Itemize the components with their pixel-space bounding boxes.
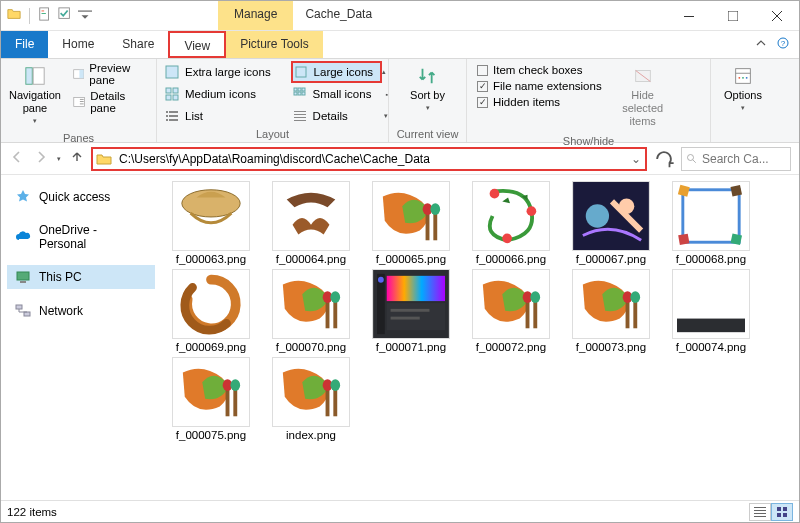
tab-home[interactable]: Home [48, 31, 108, 58]
sidebar-item-onedrive[interactable]: OneDrive - Personal [7, 219, 155, 255]
svg-rect-4 [78, 11, 92, 12]
sidebar-item-quick-access[interactable]: Quick access [7, 185, 155, 209]
file-extensions-toggle[interactable]: File name extensions [473, 79, 606, 93]
properties-icon[interactable] [38, 7, 52, 24]
file-thumbnail [572, 181, 650, 251]
view-details-toggle[interactable] [749, 503, 771, 521]
item-checkboxes-toggle[interactable]: Item check boxes [473, 63, 606, 77]
layout-details[interactable]: Details▾ [291, 106, 382, 126]
file-name-label: f_000072.png [476, 341, 546, 353]
forward-button[interactable] [33, 149, 49, 168]
chevron-neutral-icon[interactable]: ▪ [386, 91, 388, 98]
layout-medium-label: Medium icons [185, 88, 256, 100]
svg-rect-32 [169, 111, 178, 113]
file-item[interactable]: f_000063.png [165, 181, 257, 265]
svg-rect-55 [777, 513, 781, 517]
address-dropdown-icon[interactable]: ⌄ [627, 152, 645, 166]
chevron-up-icon[interactable]: ▴ [382, 68, 386, 76]
layout-list[interactable]: List [163, 106, 279, 126]
address-bar[interactable]: C:\Users\fy\AppData\Roaming\discord\Cach… [91, 147, 647, 171]
layout-medium-icons[interactable]: Medium icons [163, 84, 279, 104]
hidden-items-label: Hidden items [493, 96, 560, 108]
file-content-area[interactable]: f_000063.pngf_000064.pngf_000065.pngf_00… [161, 175, 799, 501]
preview-pane-button[interactable]: Preview pane [69, 61, 150, 87]
file-item[interactable]: f_000074.png [665, 269, 757, 353]
svg-rect-5 [684, 16, 694, 17]
file-name-label: f_000067.png [576, 253, 646, 265]
file-item[interactable]: f_000067.png [565, 181, 657, 265]
svg-rect-33 [169, 115, 178, 117]
address-path[interactable]: C:\Users\fy\AppData\Roaming\discord\Cach… [115, 152, 627, 166]
file-extensions-label: File name extensions [493, 80, 602, 92]
file-thumbnail [172, 357, 250, 427]
up-button[interactable] [69, 149, 85, 168]
svg-point-42 [742, 77, 744, 79]
layout-list-label: List [185, 110, 203, 122]
sort-by-button[interactable]: Sort by ▾ [397, 61, 459, 117]
refresh-button[interactable] [653, 148, 675, 170]
close-button[interactable] [755, 1, 799, 30]
svg-rect-18 [296, 67, 306, 77]
layout-extra-large-icons[interactable]: Extra large icons [163, 61, 279, 83]
dropdown-caret-icon: ▾ [426, 104, 430, 112]
svg-rect-15 [80, 101, 84, 102]
options-label: Options [724, 89, 762, 102]
svg-rect-40 [736, 69, 751, 84]
hide-selected-button: Hide selected items [612, 61, 674, 133]
tab-file[interactable]: File [1, 31, 48, 58]
sort-by-label: Sort by [410, 89, 445, 102]
sidebar-item-this-pc[interactable]: This PC [7, 265, 155, 289]
file-name-label: f_000075.png [176, 429, 246, 441]
tab-picture-tools[interactable]: Picture Tools [226, 31, 322, 58]
maximize-button[interactable] [711, 1, 755, 30]
chevron-down-icon[interactable]: ▾ [384, 112, 388, 120]
layout-small-icons[interactable]: Small icons▪ [291, 84, 382, 104]
minimize-button[interactable] [667, 1, 711, 30]
svg-rect-48 [24, 312, 30, 316]
layout-small-label: Small icons [313, 88, 372, 100]
file-item[interactable]: index.png [265, 357, 357, 441]
help-icon[interactable]: ? [777, 37, 789, 52]
sidebar-item-label: Network [39, 304, 83, 318]
svg-rect-26 [294, 92, 297, 95]
sidebar-item-network[interactable]: Network [7, 299, 155, 323]
view-large-icons-toggle[interactable] [771, 503, 793, 521]
dropdown-caret-icon: ▾ [33, 117, 37, 125]
file-item[interactable]: f_000072.png [465, 269, 557, 353]
file-item[interactable]: f_000069.png [165, 269, 257, 353]
history-dropdown-icon[interactable]: ▾ [57, 155, 61, 163]
file-item[interactable]: f_000073.png [565, 269, 657, 353]
navigation-pane-button[interactable]: Navigation pane ▾ [7, 61, 63, 130]
svg-rect-36 [294, 114, 306, 115]
file-item[interactable]: f_000065.png [365, 181, 457, 265]
file-item[interactable]: f_000070.png [265, 269, 357, 353]
file-item[interactable]: f_000071.png [365, 269, 457, 353]
file-item[interactable]: f_000068.png [665, 181, 757, 265]
svg-rect-46 [20, 281, 26, 283]
svg-rect-22 [173, 95, 178, 100]
navigation-sidebar: Quick access OneDrive - Personal This PC… [1, 175, 161, 501]
tab-view[interactable]: View [168, 31, 226, 58]
file-item[interactable]: f_000064.png [265, 181, 357, 265]
separator [29, 8, 30, 24]
options-button[interactable]: Options ▾ [717, 61, 769, 117]
checkbox-on-icon[interactable] [58, 7, 72, 24]
search-input[interactable]: Search Ca... [681, 147, 791, 171]
svg-rect-35 [294, 111, 306, 112]
back-button[interactable] [9, 149, 25, 168]
ribbon-collapse-icon[interactable] [755, 37, 767, 52]
svg-point-41 [738, 77, 740, 79]
file-name-label: f_000071.png [376, 341, 446, 353]
layout-large-icons[interactable]: Large icons▴ [291, 61, 382, 83]
svg-rect-54 [783, 507, 787, 511]
details-pane-button[interactable]: Details pane [69, 89, 150, 115]
qat-overflow-icon[interactable] [78, 7, 92, 24]
file-thumbnail [472, 181, 550, 251]
tab-share[interactable]: Share [108, 31, 168, 58]
file-item[interactable]: f_000066.png [465, 181, 557, 265]
file-thumbnail [372, 181, 450, 251]
hidden-items-toggle[interactable]: Hidden items [473, 95, 606, 109]
file-item[interactable]: f_000075.png [165, 357, 257, 441]
contextual-tab-manage[interactable]: Manage [218, 1, 293, 30]
file-name-label: f_000065.png [376, 253, 446, 265]
